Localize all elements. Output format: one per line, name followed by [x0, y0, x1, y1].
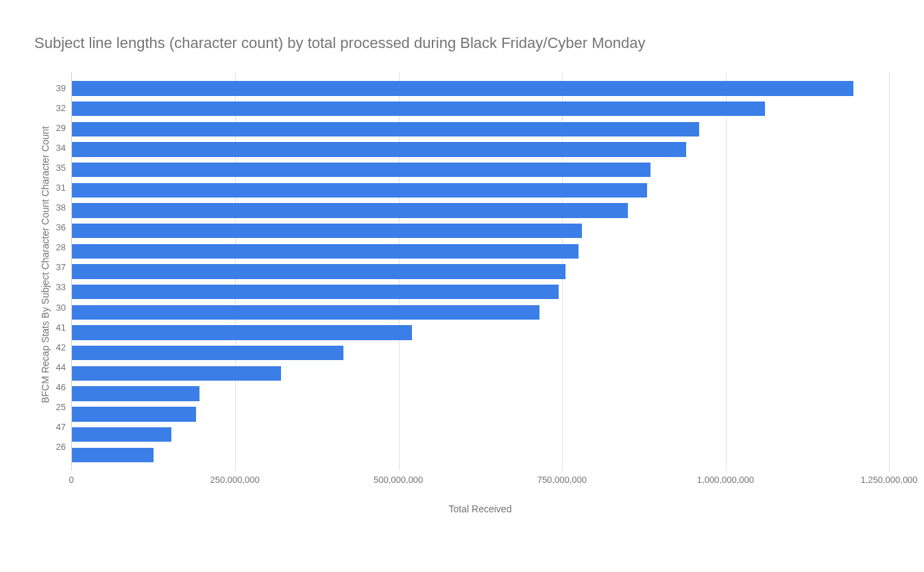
- bar: [72, 264, 566, 278]
- bar: [72, 224, 582, 238]
- x-tick-label: 250,000,000: [210, 475, 259, 485]
- x-axis-label: Total Received: [449, 503, 512, 514]
- y-tick-label: 28: [51, 237, 71, 257]
- chart-right-border: [889, 73, 890, 457]
- y-axis-ticks: 39322934353138362837333041424446254726: [51, 73, 71, 498]
- bar-row: [72, 383, 889, 404]
- bar-row: [72, 241, 889, 262]
- x-tick-label: 750,000,000: [537, 475, 587, 485]
- bar: [72, 244, 579, 259]
- chart-container: Subject line lengths (character count) b…: [0, 0, 924, 572]
- y-tick-label: 41: [51, 318, 71, 337]
- bar: [72, 346, 343, 360]
- bar-row: [72, 139, 889, 160]
- bar: [72, 81, 853, 95]
- bars-stack: [72, 73, 889, 470]
- bar-row: [72, 364, 889, 384]
- y-tick-label: 36: [51, 217, 71, 237]
- bar: [72, 427, 171, 442]
- plot-area: BFCM Recap Stats By Subject Character Co…: [34, 73, 890, 498]
- bar-row: [72, 160, 889, 180]
- y-tick-label: 32: [51, 98, 71, 118]
- y-tick-label: 30: [51, 298, 71, 318]
- x-tick-label: 500,000,000: [374, 475, 423, 485]
- bar-row: [72, 425, 889, 445]
- bar: [72, 122, 699, 136]
- bar-row: [72, 343, 889, 364]
- y-tick-label: 34: [51, 138, 71, 158]
- bar-row: [72, 261, 889, 282]
- bar: [72, 163, 651, 177]
- bar-row: [72, 119, 889, 139]
- y-tick-label: 47: [51, 417, 71, 437]
- y-tick-label: 38: [51, 198, 71, 217]
- bars-and-x-axis: Total Received 0250,000,000500,000,00075…: [71, 73, 889, 498]
- bar-row: [72, 99, 889, 119]
- y-tick-label: 29: [51, 118, 71, 138]
- bar-row: [72, 404, 889, 425]
- y-tick-label: 26: [51, 437, 71, 457]
- y-tick-label: 39: [51, 78, 71, 98]
- x-tick-label: 1,000,000,000: [697, 475, 754, 485]
- y-tick-label: 31: [51, 178, 71, 198]
- bar-row: [72, 180, 889, 200]
- bar: [72, 407, 196, 421]
- bar: [72, 203, 628, 217]
- bar: [72, 102, 765, 116]
- bar: [72, 142, 686, 156]
- y-tick-label: 42: [51, 337, 71, 357]
- y-axis-label: BFCM Recap Stats By Subject Character Co…: [34, 126, 51, 403]
- bars-region: [71, 73, 889, 470]
- x-tick-label: 0: [69, 475, 73, 485]
- x-tick-label: 1,250,000,000: [860, 475, 917, 485]
- chart-title: Subject line lengths (character count) b…: [34, 34, 890, 52]
- bar-row: [72, 302, 889, 323]
- y-tick-label: 33: [51, 277, 71, 297]
- bar-row: [72, 444, 889, 465]
- bar: [72, 448, 154, 462]
- bar-row: [72, 221, 889, 241]
- bar: [72, 366, 281, 381]
- bar: [72, 183, 647, 198]
- bar: [72, 325, 412, 339]
- bar-row: [72, 200, 889, 221]
- x-axis: Total Received 0250,000,000500,000,00075…: [71, 470, 889, 498]
- y-tick-label: 25: [51, 397, 71, 417]
- bar-row: [72, 322, 889, 343]
- y-tick-label: 44: [51, 357, 71, 377]
- y-tick-label: 46: [51, 377, 71, 397]
- bar: [72, 305, 539, 320]
- bar-row: [72, 282, 889, 302]
- bar: [72, 285, 559, 299]
- y-tick-label: 37: [51, 257, 71, 277]
- bar: [72, 386, 199, 401]
- bar-row: [72, 78, 889, 99]
- y-tick-label: 35: [51, 158, 71, 178]
